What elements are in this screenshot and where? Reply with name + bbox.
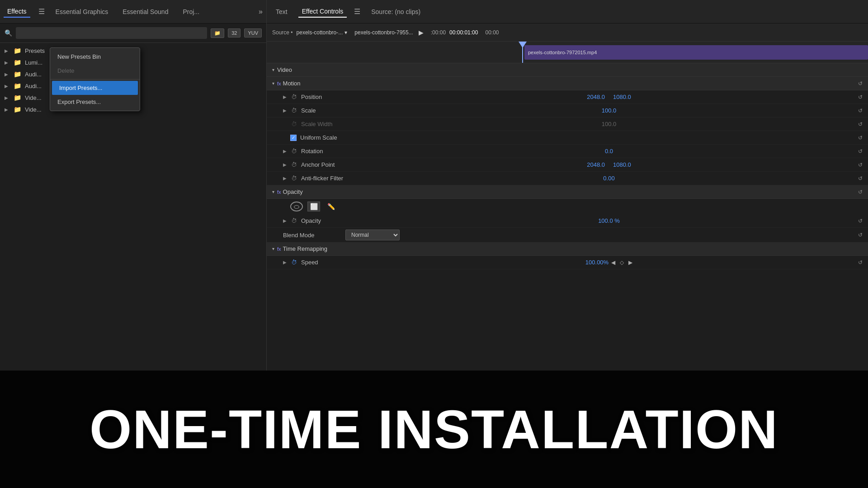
left-tab-menu-icon[interactable]: ☰: [38, 7, 45, 16]
anchor-label: Anchor Point: [301, 161, 360, 168]
tab-text[interactable]: Text: [272, 6, 291, 17]
context-menu: New Presets Bin Delete Import Presets...…: [50, 47, 140, 111]
tab-source[interactable]: Source: (no clips): [368, 6, 424, 17]
source-dropdown[interactable]: pexels-cottonbro-... ▾: [297, 29, 348, 36]
blend-mode-select[interactable]: Normal Dissolve Darken Multiply Screen O…: [345, 230, 400, 240]
anchor-x-value[interactable]: 2048.0: [587, 161, 605, 168]
timecode-current[interactable]: 00:00:01:00: [449, 29, 478, 36]
scale-label: Scale: [301, 107, 360, 114]
speed-reset-icon[interactable]: ↺: [858, 259, 863, 266]
blend-mode-reset-icon[interactable]: ↺: [858, 232, 863, 238]
left-panel: Effects ☰ Essential Graphics Essential S…: [0, 0, 267, 371]
anti-flicker-value[interactable]: 0.00: [603, 175, 614, 182]
chevron-right-icon: ▶: [5, 48, 10, 53]
motion-reset-icon[interactable]: ↺: [858, 80, 863, 87]
rotation-value[interactable]: 0.0: [605, 148, 613, 155]
folder-icon: 📁: [14, 82, 21, 89]
rotation-timer-icon[interactable]: ⏱: [291, 148, 298, 155]
timeline-clip-label: pexels-cottonbro-7972015.mp4: [528, 50, 597, 55]
scale-width-reset-icon[interactable]: ↺: [858, 121, 863, 127]
opacity-value[interactable]: 100.0 %: [598, 217, 620, 224]
search-icon: 🔍: [5, 29, 12, 37]
position-x-value[interactable]: 2048.0: [587, 94, 605, 100]
position-expand-icon[interactable]: ▶: [283, 94, 288, 99]
position-y-value[interactable]: 1080.0: [613, 94, 631, 100]
presets-folder-btn[interactable]: 📁: [211, 28, 224, 38]
opacity-expand-icon[interactable]: ▶: [283, 218, 288, 223]
anchor-timer-icon[interactable]: ⏱: [291, 161, 298, 168]
chevron-right-icon: ▶: [5, 107, 10, 112]
anti-flicker-timer-icon[interactable]: ⏱: [291, 175, 298, 182]
scale-timer-icon[interactable]: ⏱: [291, 107, 298, 114]
folder-icon: 📁: [14, 47, 21, 54]
scale-value[interactable]: 100.0: [602, 107, 617, 114]
ellipse-tool-btn[interactable]: ⬭: [290, 202, 303, 211]
timecode-end: 00:00: [485, 29, 499, 36]
yuv-btn[interactable]: YUV: [244, 28, 262, 38]
rotation-expand-icon[interactable]: ▶: [283, 149, 288, 154]
chevron-right-icon: ▶: [5, 60, 10, 65]
play-button[interactable]: ▶: [419, 29, 424, 36]
tab-essential-graphics[interactable]: Essential Graphics: [52, 6, 112, 17]
anti-flicker-reset-icon[interactable]: ↺: [858, 175, 863, 182]
context-delete: Delete: [50, 64, 140, 78]
opacity-reset-icon[interactable]: ↺: [858, 218, 863, 224]
bottom-overlay: ONE-TIME INSTALLATION: [0, 371, 868, 488]
fx-motion-icon: fx: [277, 81, 281, 86]
fx-opacity-icon: fx: [277, 189, 281, 195]
anti-flicker-row: ▶ ⏱ Anti-flicker Filter 0.00 ↺: [267, 172, 868, 185]
context-new-presets-bin[interactable]: New Presets Bin: [50, 50, 140, 64]
uniform-scale-reset-icon[interactable]: ↺: [858, 135, 863, 141]
opacity-section-reset-icon[interactable]: ↺: [858, 189, 863, 195]
right-tab-menu-icon[interactable]: ☰: [354, 7, 360, 16]
context-import-presets[interactable]: Import Presets...: [52, 81, 138, 95]
speed-expand-icon[interactable]: ▶: [283, 260, 288, 265]
speed-value[interactable]: 100.00%: [585, 259, 609, 266]
timeline-clip[interactable]: pexels-cottonbro-7972015.mp4: [524, 45, 868, 60]
video-section-header: ▾ Video: [267, 63, 868, 77]
blend-mode-label: Blend Mode: [283, 232, 342, 239]
bit-depth-btn[interactable]: 32: [228, 28, 241, 38]
folder-icon: 📁: [14, 70, 21, 78]
scale-reset-icon[interactable]: ↺: [858, 108, 863, 114]
timeline-area[interactable]: pexels-cottonbro-7972015.mp4: [267, 42, 868, 63]
panel-overflow-icon[interactable]: »: [259, 8, 263, 16]
context-export-presets[interactable]: Export Presets...: [50, 95, 140, 109]
rotation-row: ▶ ⏱ Rotation 0.0 ↺: [267, 145, 868, 158]
tab-effect-controls[interactable]: Effect Controls: [298, 6, 347, 18]
left-tab-bar: Effects ☰ Essential Graphics Essential S…: [0, 0, 266, 23]
speed-next-keyframe[interactable]: ▶: [628, 259, 632, 266]
tab-project[interactable]: Proj...: [179, 6, 203, 17]
video-expand-icon[interactable]: ▾: [272, 67, 274, 72]
position-timer-icon[interactable]: ⏱: [291, 94, 298, 100]
time-remapping-collapse-icon[interactable]: ▾: [272, 246, 274, 251]
motion-collapse-icon[interactable]: ▾: [272, 81, 274, 86]
folder-icon: 📁: [14, 59, 21, 66]
anchor-y-value[interactable]: 1080.0: [613, 161, 631, 168]
rotation-label: Rotation: [301, 148, 360, 155]
scale-width-row: ⏱ Scale Width 100.0 ↺: [267, 117, 868, 131]
uniform-scale-label: Uniform Scale: [300, 134, 337, 141]
anti-flicker-expand-icon[interactable]: ▶: [283, 176, 288, 181]
timecode-start: :00:00: [431, 29, 446, 36]
tab-essential-sound[interactable]: Essential Sound: [119, 6, 172, 17]
tab-effects[interactable]: Effects: [4, 6, 30, 18]
position-reset-icon[interactable]: ↺: [858, 94, 863, 100]
pen-tool-btn[interactable]: ✏️: [325, 202, 337, 211]
speed-prev-keyframe[interactable]: ◀: [611, 259, 615, 266]
speed-add-keyframe[interactable]: ◇: [620, 259, 624, 266]
anchor-expand-icon[interactable]: ▶: [283, 162, 288, 167]
rectangle-tool-btn[interactable]: ⬜: [307, 202, 320, 211]
scale-width-value: 100.0: [602, 121, 617, 127]
opacity-collapse-icon[interactable]: ▾: [272, 189, 274, 194]
video-label: Video: [277, 66, 292, 73]
playhead: [522, 42, 523, 63]
uniform-scale-checkbox[interactable]: ✓: [290, 135, 297, 141]
source-bar: Source • pexels-cottonbro-... ▾ pexels-c…: [267, 23, 868, 42]
scale-expand-icon[interactable]: ▶: [283, 108, 288, 113]
speed-timer-icon[interactable]: ⏱: [291, 259, 298, 266]
rotation-reset-icon[interactable]: ↺: [858, 148, 863, 155]
opacity-timer-icon[interactable]: ⏱: [291, 217, 298, 224]
search-input[interactable]: [16, 27, 207, 39]
anchor-reset-icon[interactable]: ↺: [858, 162, 863, 168]
